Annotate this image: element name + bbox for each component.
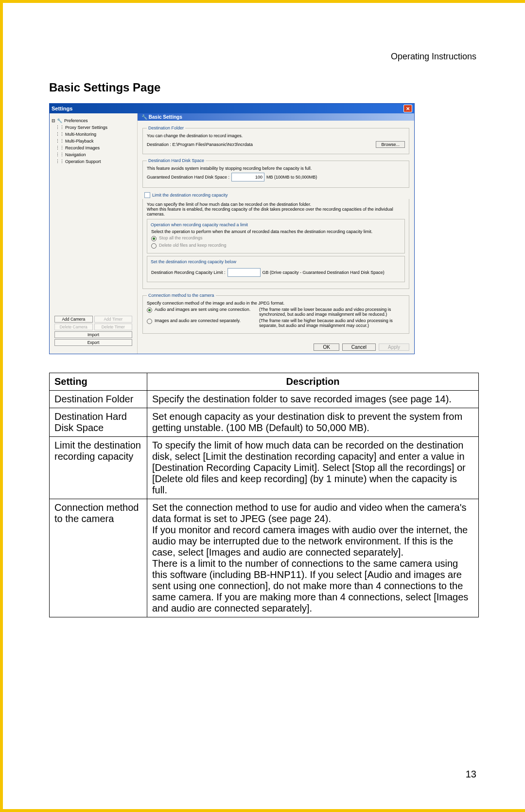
tree-item[interactable]: Recorded Images	[65, 145, 100, 150]
text: You can change the destination to record…	[147, 133, 405, 138]
window-title: Settings	[52, 106, 72, 111]
cell-setting: Destination Folder	[50, 391, 147, 408]
label: Destination Recording Capacity Limit :	[151, 270, 226, 275]
table-row: Limit the destination recording capacity…	[50, 437, 479, 499]
radio-label: Stop all the recordings	[159, 235, 203, 240]
ok-button[interactable]: OK	[314, 343, 339, 351]
unit: MB (100MB to 50,000MB)	[266, 175, 317, 180]
table-row: Connection method to the camera Set the …	[50, 499, 479, 617]
hd-space-group: Destination Hard Disk Space This feature…	[142, 158, 409, 188]
delete-timer-button: Delete Timer	[94, 324, 133, 330]
radio-label: Images and audio are connected separatel…	[155, 318, 257, 323]
text: This feature avoids system instability b…	[147, 166, 405, 171]
cell-desc: To specify the limit of how much data ca…	[147, 437, 479, 499]
limit-desc: You can specify the limit of how much da…	[147, 202, 405, 217]
cell-desc: Specify the destination folder to save r…	[147, 391, 479, 408]
import-button[interactable]: Import	[54, 331, 132, 338]
unit: GB (Drive capacity - Guaranteed Destinat…	[262, 270, 385, 275]
export-button[interactable]: Export	[54, 339, 132, 346]
close-icon[interactable]: ✕	[403, 105, 412, 112]
group-legend: Set the destination recording capacity b…	[149, 259, 238, 264]
stop-recordings-radio[interactable]	[151, 236, 157, 241]
section-title: Basic Settings Page	[49, 81, 479, 94]
radio-note: (The frame rate will be lower because au…	[259, 307, 405, 317]
table-row: Destination Folder Specify the destinati…	[50, 391, 479, 408]
limit-legend: Limit the destination recording capacity	[152, 193, 228, 198]
content-header-label: Basic Settings	[149, 114, 182, 120]
capacity-group: Set the destination recording capacity b…	[147, 256, 405, 282]
radio-label: Delete old files and keep recording	[159, 243, 227, 248]
radio-label: Audio and images are sent using one conn…	[155, 307, 257, 312]
group-legend: Destination Folder	[147, 126, 185, 130]
tree-item[interactable]: Proxy Server Settings	[65, 125, 107, 130]
text: Select the operation to perform when the…	[151, 229, 401, 234]
page-number: 13	[466, 769, 476, 780]
apply-button: Apply	[379, 343, 409, 351]
group-legend: Destination Hard Disk Space	[147, 158, 206, 163]
cancel-button[interactable]: Cancel	[342, 343, 376, 351]
destination-folder-group: Destination Folder You can change the de…	[142, 126, 409, 154]
settings-description-table: Setting Description Destination Folder S…	[49, 373, 479, 617]
limit-checkbox[interactable]	[144, 192, 150, 198]
tree-item[interactable]: Navigation	[65, 152, 86, 157]
tree-pane: ⊟ 🔧 Preferences ⋮⋮ Proxy Server Settings…	[50, 113, 138, 354]
add-timer-button: Add Timer	[94, 316, 133, 323]
content-header: 🔧 Basic Settings	[138, 113, 414, 121]
cell-setting: Limit the destination recording capacity	[50, 437, 147, 499]
doc-header: Operating Instructions	[391, 52, 476, 62]
delete-old-radio[interactable]	[151, 243, 157, 249]
operation-group: Operation when recording capacity reache…	[147, 219, 405, 253]
text: Specify connection method of the image a…	[147, 301, 405, 306]
group-legend: Operation when recording capacity reache…	[149, 222, 249, 227]
group-legend: Connection method to the camera	[147, 293, 216, 298]
capacity-input[interactable]	[228, 268, 261, 277]
tree[interactable]: ⊟ 🔧 Preferences ⋮⋮ Proxy Server Settings…	[52, 117, 135, 165]
settings-window: Settings ✕ ⊟ 🔧 Preferences ⋮⋮ Proxy Serv…	[49, 103, 415, 354]
cell-setting: Destination Hard Disk Space	[50, 408, 147, 437]
separate-connection-radio[interactable]	[147, 319, 152, 324]
table-header-setting: Setting	[50, 373, 147, 391]
table-row: Destination Hard Disk Space Set enough c…	[50, 408, 479, 437]
dialog-footer: OK Cancel Apply	[138, 341, 414, 354]
tree-item[interactable]: Multi-Monitoring	[65, 132, 96, 137]
cell-desc: Set enough capacity as your destination …	[147, 408, 479, 437]
cell-desc: Set the connection method to use for aud…	[147, 499, 479, 617]
table-header-description: Description	[147, 373, 479, 391]
radio-note: (The frame rate will be higher because a…	[259, 318, 405, 328]
tree-item[interactable]: Operation Support	[65, 159, 101, 164]
tree-item[interactable]: Multi-Playback	[65, 139, 94, 144]
hd-space-input[interactable]	[231, 173, 264, 181]
cell-setting: Connection method to the camera	[50, 499, 147, 617]
titlebar: Settings ✕	[50, 104, 414, 113]
destination-path: Destination : E:\Program Files\Panasonic…	[147, 142, 253, 147]
connection-group: Connection method to the camera Specify …	[142, 293, 409, 334]
delete-camera-button: Delete Camera	[54, 324, 93, 330]
label: Guaranteed Destination Hard Disk Space :	[147, 175, 229, 180]
browse-button[interactable]: Browse...	[376, 141, 405, 148]
one-connection-radio[interactable]	[147, 307, 152, 313]
tree-root[interactable]: Preferences	[63, 117, 89, 124]
add-camera-button[interactable]: Add Camera	[54, 316, 93, 323]
